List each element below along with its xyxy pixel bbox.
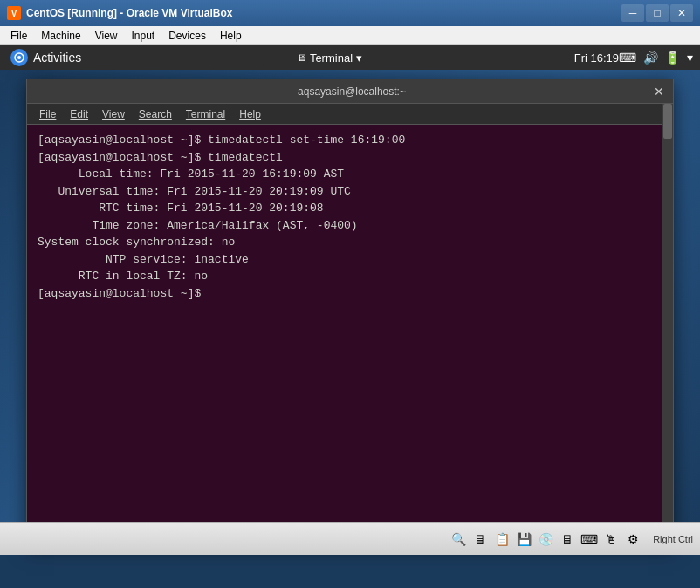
menu-devices[interactable]: Devices <box>161 28 213 44</box>
activities-label: Activities <box>33 51 81 65</box>
terminal-menu-search[interactable]: Search <box>132 106 179 122</box>
mouse-icon[interactable]: 🖱 <box>601 530 621 549</box>
vbox-status-bar: 🔍 🖥 📋 💾 💿 🖥 ⌨ 🖱 ⚙ Right Ctrl <box>0 522 700 555</box>
menu-help[interactable]: Help <box>213 28 249 44</box>
vbox-icon: V <box>7 6 21 20</box>
cd-icon[interactable]: 💿 <box>536 530 555 549</box>
terminal-close-button[interactable]: ✕ <box>652 85 666 99</box>
activities-button[interactable]: Activities <box>7 49 85 66</box>
terminal-taskbar-button[interactable]: 🖥 Terminal ▾ <box>297 51 362 65</box>
terminal-titlebar: aqsayasin@localhost:~ ✕ <box>27 79 673 104</box>
menu-file[interactable]: File <box>3 28 34 44</box>
close-button[interactable]: ✕ <box>670 4 693 22</box>
menu-machine[interactable]: Machine <box>34 28 87 44</box>
terminal-menu-edit[interactable]: Edit <box>63 106 95 122</box>
menu-view[interactable]: View <box>88 28 125 44</box>
system-menu-icon[interactable]: ▾ <box>687 51 693 65</box>
terminal-window: aqsayasin@localhost:~ ✕ File Edit View S… <box>26 79 674 546</box>
minimize-button[interactable]: ─ <box>621 4 644 22</box>
window-controls: ─ □ ✕ <box>621 4 693 22</box>
terminal-taskbar-icon: 🖥 <box>297 52 306 63</box>
terminal-menubar: File Edit View Search Terminal Help <box>27 104 673 125</box>
vm-viewport: Activities 🖥 Terminal ▾ Fri 16:19 ⌨ 🔊 🔋 … <box>0 45 700 555</box>
vbox-menu-icon[interactable]: ⚙ <box>623 530 642 549</box>
gnome-clock: Fri 16:19 <box>574 51 619 65</box>
terminal-menu-terminal[interactable]: Terminal <box>179 106 232 122</box>
right-ctrl-label: Right Ctrl <box>653 534 693 544</box>
network-icon[interactable]: 🖥 <box>470 530 490 549</box>
keyboard-status-icon[interactable]: ⌨ <box>580 530 599 549</box>
storage-icon[interactable]: 💾 <box>514 530 533 549</box>
terminal-menu-file[interactable]: File <box>32 106 63 122</box>
titlebar: V CentOS [Running] - Oracle VM VirtualBo… <box>0 0 700 26</box>
terminal-taskbar-arrow: ▾ <box>356 51 362 65</box>
terminal-taskbar-label: Terminal <box>310 51 353 65</box>
gnome-system-tray: ⌨ 🔊 🔋 ▾ <box>619 51 693 65</box>
volume-icon[interactable]: 🔊 <box>643 51 658 65</box>
battery-icon[interactable]: 🔋 <box>665 51 680 65</box>
gnome-icon <box>10 49 28 66</box>
svg-point-1 <box>17 56 21 59</box>
audio-icon[interactable]: 🔍 <box>449 530 468 549</box>
terminal-menu-help[interactable]: Help <box>232 106 268 122</box>
window-title: CentOS [Running] - Oracle VM VirtualBox <box>26 7 621 19</box>
scrollbar-thumb[interactable] <box>663 104 672 139</box>
display-icon[interactable]: 🖥 <box>558 530 577 549</box>
terminal-menu-view[interactable]: View <box>95 106 132 122</box>
terminal-content[interactable]: [aqsayasin@localhost ~]$ timedatectl set… <box>27 125 673 545</box>
menu-input[interactable]: Input <box>125 28 162 44</box>
gnome-center: 🖥 Terminal ▾ <box>85 51 573 65</box>
keyboard-icon[interactable]: ⌨ <box>619 51 636 65</box>
terminal-title: aqsayasin@localhost:~ <box>51 85 652 98</box>
gnome-topbar: Activities 🖥 Terminal ▾ Fri 16:19 ⌨ 🔊 🔋 … <box>0 45 700 70</box>
menu-bar: File Machine View Input Devices Help <box>0 26 700 45</box>
usb-icon[interactable]: 📋 <box>492 530 511 549</box>
vbox-device-icons: 🔍 🖥 📋 💾 💿 🖥 ⌨ 🖱 ⚙ <box>449 530 642 549</box>
maximize-button[interactable]: □ <box>646 4 669 22</box>
terminal-scrollbar[interactable] <box>662 104 673 545</box>
